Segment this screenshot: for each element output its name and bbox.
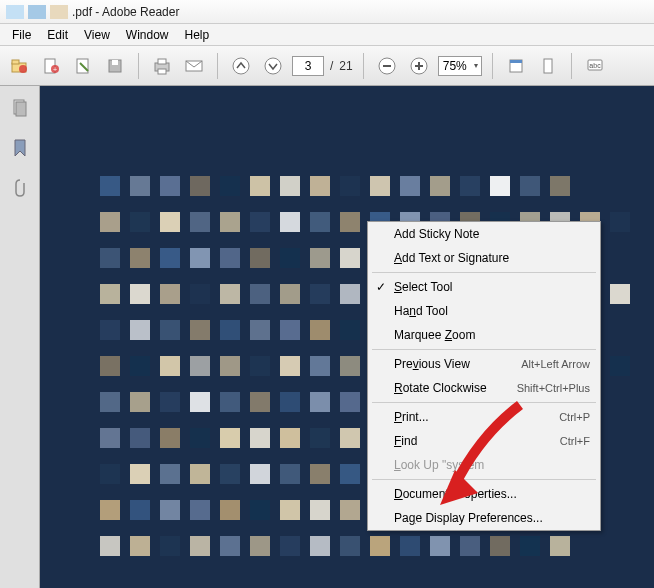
menubar: File Edit View Window Help (0, 24, 654, 46)
menu-hand-tool[interactable]: Hand Tool (368, 299, 600, 323)
create-pdf-button[interactable]: + (38, 53, 64, 79)
menu-select-tool[interactable]: ✓Select Tool (368, 275, 600, 299)
menu-page-display-preferences[interactable]: Page Display Preferences... (368, 506, 600, 530)
save-button[interactable] (102, 53, 128, 79)
svg-rect-1 (12, 60, 19, 64)
menu-add-text-signature[interactable]: Add Text or Signature (368, 246, 600, 270)
thumbnails-icon[interactable] (8, 96, 32, 120)
menu-document-properties[interactable]: Document Properties... (368, 482, 600, 506)
page-total: 21 (339, 59, 352, 73)
menu-lookup: Look Up "system (368, 453, 600, 477)
zoom-select[interactable]: 75% (438, 56, 482, 76)
bookmark-icon[interactable] (8, 136, 32, 160)
page-up-button[interactable] (228, 53, 254, 79)
comment-button[interactable]: abc (582, 53, 608, 79)
titlebar-swatch (6, 5, 24, 19)
zoom-in-button[interactable] (406, 53, 432, 79)
titlebar-swatch (28, 5, 46, 19)
svg-rect-8 (112, 60, 118, 65)
svg-rect-26 (16, 102, 26, 116)
fit-window-button[interactable] (503, 53, 529, 79)
svg-text:+: + (53, 66, 57, 73)
fit-page-button[interactable] (535, 53, 561, 79)
page-number-input[interactable] (292, 56, 324, 76)
svg-point-2 (19, 65, 27, 73)
svg-text:abc: abc (589, 62, 601, 69)
svg-point-13 (233, 58, 249, 74)
window-title: .pdf - Adobe Reader (72, 5, 179, 19)
svg-rect-11 (158, 69, 166, 74)
menu-help[interactable]: Help (177, 26, 218, 44)
menu-window[interactable]: Window (118, 26, 177, 44)
menu-previous-view[interactable]: Previous ViewAlt+Left Arrow (368, 352, 600, 376)
email-button[interactable] (181, 53, 207, 79)
attachment-icon[interactable] (8, 176, 32, 200)
menu-view[interactable]: View (76, 26, 118, 44)
svg-rect-10 (158, 59, 166, 64)
svg-rect-16 (383, 65, 391, 67)
titlebar-swatch (50, 5, 68, 19)
svg-point-14 (265, 58, 281, 74)
menu-rotate-clockwise[interactable]: Rotate ClockwiseShift+Ctrl+Plus (368, 376, 600, 400)
menu-file[interactable]: File (4, 26, 39, 44)
toolbar: + / 21 75% abc (0, 46, 654, 86)
svg-rect-22 (544, 59, 552, 73)
page-down-button[interactable] (260, 53, 286, 79)
context-menu: Add Sticky Note Add Text or Signature ✓S… (367, 221, 601, 531)
menu-add-sticky-note[interactable]: Add Sticky Note (368, 222, 600, 246)
menu-find[interactable]: FindCtrl+F (368, 429, 600, 453)
svg-rect-21 (510, 60, 522, 63)
menu-print[interactable]: Print...Ctrl+P (368, 405, 600, 429)
open-button[interactable] (6, 53, 32, 79)
titlebar: .pdf - Adobe Reader (0, 0, 654, 24)
side-panel (0, 86, 40, 588)
menu-edit[interactable]: Edit (39, 26, 76, 44)
edit-button[interactable] (70, 53, 96, 79)
svg-rect-19 (418, 62, 420, 70)
menu-marquee-zoom[interactable]: Marquee Zoom (368, 323, 600, 347)
print-button[interactable] (149, 53, 175, 79)
page-separator: / (330, 59, 333, 73)
zoom-out-button[interactable] (374, 53, 400, 79)
check-icon: ✓ (376, 280, 386, 294)
